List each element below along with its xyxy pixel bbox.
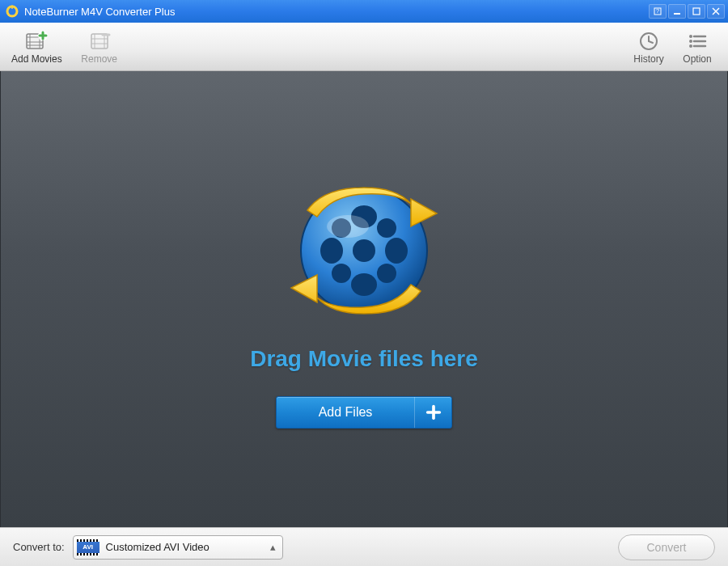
svg-point-40 xyxy=(377,218,396,238)
title-bar: NoteBurner M4V Converter Plus ? xyxy=(0,0,728,23)
minimize-button[interactable] xyxy=(668,4,686,19)
remove-icon xyxy=(87,29,112,53)
bottom-bar: Convert to: AVI Customized AVI Video ▴ C… xyxy=(0,527,728,566)
svg-point-43 xyxy=(327,215,369,238)
svg-point-27 xyxy=(689,35,692,38)
svg-point-31 xyxy=(689,44,692,48)
window-title: NoteBurner M4V Converter Plus xyxy=(24,6,649,18)
film-reel-icon xyxy=(275,170,453,332)
maximize-button[interactable] xyxy=(688,4,705,19)
svg-point-36 xyxy=(351,273,377,296)
add-files-label: Add Files xyxy=(277,405,414,420)
svg-rect-2 xyxy=(11,6,13,10)
option-icon xyxy=(686,29,709,53)
remove-label: Remove xyxy=(81,53,117,65)
add-movies-label: Add Movies xyxy=(11,53,62,65)
option-label: Option xyxy=(683,53,711,65)
format-badge-icon: AVI xyxy=(77,539,99,555)
drag-hint-text: Drag Movie files here xyxy=(250,346,478,372)
plus-icon xyxy=(414,397,451,428)
selected-format-text: Customized AVI Video xyxy=(106,541,270,553)
svg-point-37 xyxy=(320,238,343,264)
history-label: History xyxy=(633,53,663,65)
close-button[interactable] xyxy=(707,4,725,19)
dropdown-caret-icon: ▴ xyxy=(270,541,276,553)
convert-to-label: Convert to: xyxy=(13,541,65,553)
svg-point-38 xyxy=(385,238,408,264)
toolbar: Add Movies Remove History xyxy=(0,23,728,71)
svg-point-34 xyxy=(353,239,375,262)
remove-button[interactable]: Remove xyxy=(75,29,124,65)
option-button[interactable]: Option xyxy=(678,29,717,65)
main-drop-area[interactable]: Drag Movie files here Add Files xyxy=(0,71,728,527)
add-files-button[interactable]: Add Files xyxy=(276,396,452,429)
add-movies-button[interactable]: Add Movies xyxy=(11,29,62,65)
add-movies-icon xyxy=(24,29,49,53)
svg-rect-18 xyxy=(91,34,108,49)
convert-button-label: Convert xyxy=(646,541,686,554)
app-icon xyxy=(5,4,19,19)
history-button[interactable]: History xyxy=(629,29,668,65)
output-format-select[interactable]: AVI Customized AVI Video ▴ xyxy=(73,535,283,560)
svg-point-41 xyxy=(332,264,351,283)
svg-rect-6 xyxy=(693,8,700,15)
history-icon xyxy=(637,29,660,53)
convert-button[interactable]: Convert xyxy=(618,534,715,560)
svg-text:?: ? xyxy=(656,8,659,14)
window-help-button[interactable]: ? xyxy=(649,4,667,19)
svg-line-26 xyxy=(649,41,653,43)
window-controls: ? xyxy=(649,4,725,19)
svg-point-29 xyxy=(689,40,692,43)
svg-point-42 xyxy=(377,264,396,283)
